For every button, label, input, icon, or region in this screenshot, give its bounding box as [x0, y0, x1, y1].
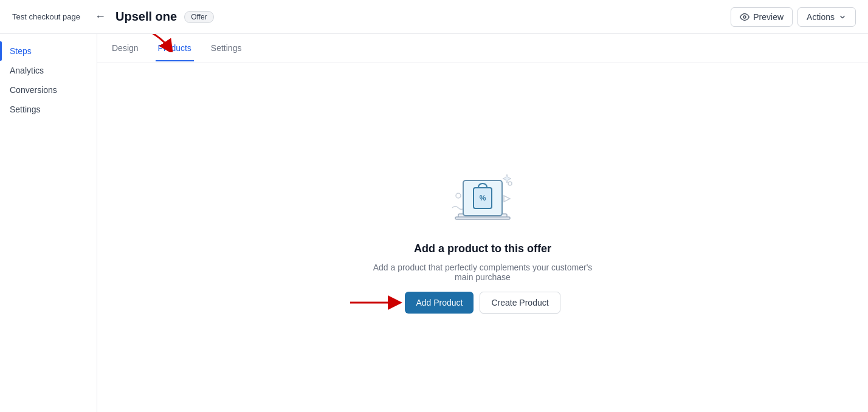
tab-settings[interactable]: Settings: [208, 36, 244, 61]
sidebar: Steps Analytics Conversions Settings: [0, 34, 97, 412]
main-layout: Steps Analytics Conversions Settings Des…: [0, 34, 868, 412]
sidebar-item-steps-label: Steps: [10, 46, 32, 56]
empty-state: % Add a product to this offer Add a prod…: [367, 162, 598, 314]
sidebar-item-analytics-label: Analytics: [10, 66, 44, 75]
sidebar-item-settings-label: Settings: [10, 105, 41, 114]
svg-point-2: [456, 193, 461, 198]
empty-state-description: Add a product that perfectly complements…: [367, 263, 598, 282]
preview-button[interactable]: Preview: [731, 7, 793, 27]
svg-marker-4: [504, 196, 510, 202]
empty-state-actions: Add Product Create Product: [405, 292, 560, 314]
sidebar-item-conversions-label: Conversions: [10, 85, 57, 95]
sidebar-item-analytics[interactable]: Analytics: [0, 61, 97, 80]
svg-point-0: [743, 16, 746, 18]
svg-rect-6: [455, 217, 510, 219]
content-area: Design Products Settings: [97, 34, 868, 412]
empty-state-illustration: %: [440, 162, 525, 235]
sidebar-item-conversions[interactable]: Conversions: [0, 80, 97, 100]
app-name: Test checkout page: [12, 12, 80, 21]
app-container: Test checkout page ← Upsell one Offer Pr…: [0, 0, 868, 412]
red-arrow-add-product: [347, 290, 408, 315]
offer-badge: Offer: [184, 11, 213, 23]
product-illustration: %: [440, 162, 525, 235]
page-title: Upsell one: [115, 10, 177, 24]
svg-text:%: %: [480, 194, 486, 202]
back-button[interactable]: ←: [92, 8, 108, 26]
header-left: Test checkout page ← Upsell one Offer: [12, 8, 731, 26]
empty-state-title: Add a product to this offer: [414, 242, 551, 255]
sidebar-item-settings[interactable]: Settings: [0, 100, 97, 119]
preview-label: Preview: [753, 12, 784, 22]
tab-design[interactable]: Design: [109, 36, 141, 61]
add-product-button[interactable]: Add Product: [405, 292, 474, 314]
chevron-down-icon: [838, 13, 847, 21]
eye-icon: [740, 12, 749, 22]
tabs-bar: Design Products Settings: [97, 34, 868, 63]
main-content: % Add a product to this offer Add a prod…: [97, 63, 868, 412]
header: Test checkout page ← Upsell one Offer Pr…: [0, 0, 868, 34]
create-product-button[interactable]: Create Product: [480, 292, 560, 314]
sidebar-item-steps[interactable]: Steps: [0, 41, 97, 61]
actions-button[interactable]: Actions: [797, 7, 856, 27]
actions-label: Actions: [807, 12, 835, 22]
svg-point-3: [508, 182, 512, 185]
header-right: Preview Actions: [731, 7, 856, 27]
tab-products[interactable]: Products: [156, 36, 194, 61]
